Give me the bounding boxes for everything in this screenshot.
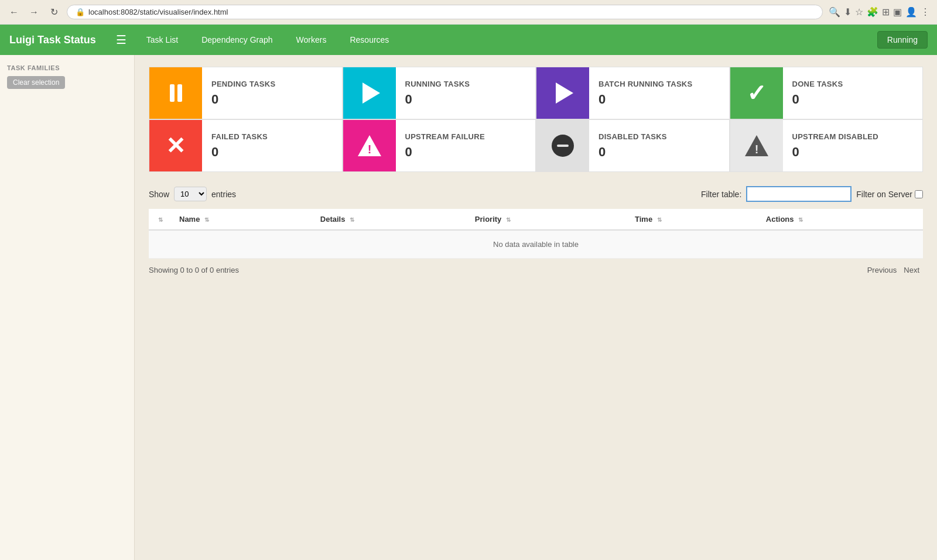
running-count: 0 [405, 92, 470, 107]
pending-card-content: PENDING TASKS 0 [202, 67, 285, 119]
entries-label: entries [211, 190, 236, 199]
nav-task-list[interactable]: Task List [141, 32, 184, 48]
play-icon [363, 83, 380, 104]
upstream-disabled-count: 0 [792, 145, 878, 160]
pending-task-card[interactable]: PENDING TASKS 0 [149, 67, 343, 119]
no-data-row: No data available in table [149, 230, 923, 259]
failed-count: 0 [211, 145, 268, 160]
svg-text:!: ! [754, 143, 758, 156]
table-footer: Showing 0 to 0 of 0 entries Previous Nex… [149, 264, 923, 276]
sort-icon-time: ⇅ [657, 217, 662, 223]
sort-icon-checkbox: ⇅ [158, 217, 163, 223]
disabled-card-content: DISABLED TASKS 0 [589, 120, 676, 171]
show-label: Show [149, 190, 169, 199]
done-task-card[interactable]: ✓ DONE TASKS 0 [730, 67, 924, 119]
minus-icon [552, 135, 574, 157]
th-details[interactable]: Details ⇅ [313, 209, 468, 230]
star-icon[interactable]: ☆ [855, 6, 863, 18]
browser-icons: 🔍 ⬇ ☆ 🧩 ⊞ ▣ 👤 ⋮ [829, 6, 930, 18]
upstream-failure-task-card[interactable]: ! UPSTREAM FAILURE 0 [343, 119, 536, 172]
running-icon [343, 67, 396, 119]
th-name[interactable]: Name ⇅ [172, 209, 313, 230]
pending-icon [149, 67, 202, 119]
failed-icon: ✕ [149, 120, 202, 171]
running-task-card[interactable]: RUNNING TASKS 0 [343, 67, 536, 119]
filter-table-input[interactable] [746, 186, 851, 202]
search-icon[interactable]: 🔍 [829, 6, 840, 18]
reload-button[interactable]: ↻ [47, 5, 61, 19]
done-icon: ✓ [730, 67, 783, 119]
data-table: ⇅ Name ⇅ Details ⇅ Priority ⇅ [149, 209, 923, 259]
filter-table-label: Filter table: [701, 190, 741, 199]
disabled-title: DISABLED TASKS [599, 132, 667, 141]
th-time[interactable]: Time ⇅ [628, 209, 759, 230]
table-body: No data available in table [149, 230, 923, 259]
filter-server-checkbox[interactable] [915, 190, 923, 198]
navbar: Luigi Task Status ☰ Task List Dependency… [0, 25, 937, 55]
sort-icon-priority: ⇅ [506, 217, 511, 223]
sort-icon-actions: ⇅ [798, 217, 803, 223]
disabled-icon [536, 120, 589, 171]
x-icon: ✕ [166, 132, 186, 159]
forward-button[interactable]: → [27, 5, 41, 19]
previous-button[interactable]: Previous [864, 264, 901, 276]
sidebar-icon[interactable]: ▣ [893, 6, 902, 18]
running-title: RUNNING TASKS [405, 80, 470, 88]
no-data-text: No data available in table [149, 230, 923, 259]
hamburger-icon[interactable]: ☰ [114, 30, 129, 49]
sidebar: TASK FAMILIES Clear selection [0, 55, 135, 560]
browser-chrome: ← → ↻ 🔒 localhost:8082/static/visualiser… [0, 0, 937, 25]
pending-count: 0 [211, 92, 275, 107]
upstream-failure-card-content: UPSTREAM FAILURE 0 [396, 120, 494, 171]
nav-dependency-graph[interactable]: Dependency Graph [196, 32, 278, 48]
nav-workers[interactable]: Workers [290, 32, 333, 48]
upstream-failure-title: UPSTREAM FAILURE [405, 132, 485, 141]
address-bar[interactable]: 🔒 localhost:8082/static/visualiser/index… [67, 5, 823, 19]
user-icon[interactable]: 👤 [905, 6, 917, 18]
extension-icon[interactable]: 🧩 [867, 6, 878, 18]
filter-server-label: Filter on Server [856, 190, 923, 199]
batch-play-icon [556, 83, 573, 104]
profile-icon[interactable]: ⊞ [882, 6, 890, 18]
disabled-task-card[interactable]: DISABLED TASKS 0 [536, 119, 730, 172]
upstream-failure-icon: ! [343, 120, 396, 171]
back-button[interactable]: ← [7, 5, 21, 19]
menu-icon[interactable]: ⋮ [921, 6, 930, 18]
sort-icon-details: ⇅ [350, 217, 354, 223]
th-checkbox[interactable]: ⇅ [149, 209, 172, 230]
failed-title: FAILED TASKS [211, 132, 268, 141]
batch-icon [536, 67, 589, 119]
main-content: PENDING TASKS 0 RUNNING TASKS 0 [135, 55, 937, 560]
task-families-label: TASK FAMILIES [7, 64, 127, 71]
batch-count: 0 [599, 92, 692, 107]
running-button[interactable]: Running [877, 31, 928, 49]
entries-select[interactable]: 10 25 50 100 [174, 187, 207, 201]
next-button[interactable]: Next [900, 264, 923, 276]
running-card-content: RUNNING TASKS 0 [396, 67, 480, 119]
nav-resources[interactable]: Resources [344, 32, 395, 48]
upstream-disabled-title: UPSTREAM DISABLED [792, 132, 878, 141]
pending-title: PENDING TASKS [211, 80, 275, 88]
warning-white-icon: ! [357, 134, 382, 157]
th-actions[interactable]: Actions ⇅ [759, 209, 923, 230]
th-priority[interactable]: Priority ⇅ [468, 209, 628, 230]
svg-text:!: ! [367, 143, 371, 156]
upstream-disabled-task-card[interactable]: ! UPSTREAM DISABLED 0 [730, 119, 924, 172]
content-area: TASK FAMILIES Clear selection PENDING TA… [0, 55, 937, 560]
batch-title: BATCH RUNNING TASKS [599, 80, 692, 88]
url-text: localhost:8082/static/visualiser/index.h… [88, 8, 228, 16]
upstream-failure-count: 0 [405, 145, 485, 160]
clear-selection-button[interactable]: Clear selection [7, 76, 65, 89]
upstream-disabled-icon: ! [730, 120, 783, 171]
batch-task-card[interactable]: BATCH RUNNING TASKS 0 [536, 67, 730, 119]
checkmark-icon: ✓ [747, 80, 767, 106]
table-header: ⇅ Name ⇅ Details ⇅ Priority ⇅ [149, 209, 923, 230]
table-controls: Show 10 25 50 100 entries Filter table: … [149, 186, 923, 202]
task-cards-grid: PENDING TASKS 0 RUNNING TASKS 0 [149, 67, 923, 172]
failed-task-card[interactable]: ✕ FAILED TASKS 0 [149, 119, 343, 172]
failed-card-content: FAILED TASKS 0 [202, 120, 277, 171]
pause-icon [170, 84, 182, 102]
download-icon[interactable]: ⬇ [844, 6, 851, 18]
batch-card-content: BATCH RUNNING TASKS 0 [589, 67, 702, 119]
disabled-count: 0 [599, 145, 667, 160]
